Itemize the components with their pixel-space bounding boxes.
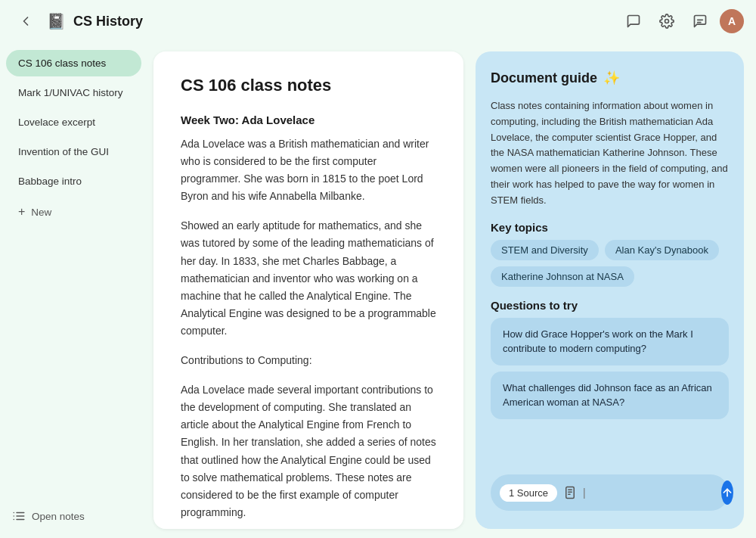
key-topics-section: Key topics STEM and Diversity Alan Kay's… — [491, 221, 729, 287]
chat-button[interactable] — [620, 8, 647, 35]
svg-point-0 — [665, 20, 669, 23]
header-actions: A — [620, 8, 744, 35]
plus-icon: + — [18, 205, 25, 219]
new-label: New — [31, 207, 51, 218]
open-notes-button[interactable]: Open notes — [0, 500, 147, 532]
guide-panel: Document guide ✨ Class notes containing … — [476, 51, 744, 529]
back-button[interactable] — [12, 8, 39, 35]
open-notes-icon — [12, 509, 26, 523]
avatar[interactable]: A — [720, 9, 744, 33]
topic-chip-katherine[interactable]: Katherine Johnson at NASA — [491, 266, 634, 287]
topic-chip-alan[interactable]: Alan Kay's Dynabook — [605, 240, 719, 260]
content-area: CS 106 class notes Week Two: Ada Lovelac… — [147, 42, 756, 538]
paragraph-1: Ada Lovelace was a British mathematician… — [181, 135, 436, 205]
main-layout: CS 106 class notes Mark 1/UNIVAC history… — [0, 42, 756, 538]
key-topics-label: Key topics — [491, 221, 729, 234]
document-panel: CS 106 class notes Week Two: Ada Lovelac… — [153, 51, 463, 529]
source-chip[interactable]: 1 Source — [500, 484, 557, 502]
document-title: CS 106 class notes — [181, 76, 436, 95]
question-card-2[interactable]: What challenges did Johnson face as an A… — [491, 372, 729, 419]
app-header: 📓 CS History A — [0, 0, 756, 42]
guide-header: Document guide ✨ — [491, 70, 729, 86]
sparkle-icon: ✨ — [603, 70, 620, 86]
paragraph-2: Showed an early aptitude for mathematics… — [181, 217, 436, 340]
sidebar: CS 106 class notes Mark 1/UNIVAC history… — [0, 42, 147, 538]
questions-label: Questions to try — [491, 299, 729, 312]
topic-chip-stem[interactable]: STEM and Diversity — [491, 240, 599, 260]
paragraph-3: Ada Lovelace made several important cont… — [181, 381, 436, 521]
clip-button[interactable] — [563, 486, 577, 499]
share-button[interactable] — [686, 8, 714, 35]
guide-input-row: 1 Source — [491, 474, 729, 511]
sidebar-item-cs106[interactable]: CS 106 class notes — [6, 50, 141, 76]
questions-section: Questions to try How did Grace Hopper's … — [491, 299, 729, 425]
new-note-button[interactable]: + New — [6, 197, 141, 226]
settings-button[interactable] — [653, 8, 680, 35]
send-icon — [721, 487, 733, 499]
notebook-icon: 📓 — [47, 12, 66, 30]
sidebar-item-lovelace[interactable]: Lovelace excerpt — [6, 109, 141, 135]
app-title: CS History — [73, 14, 143, 30]
sidebar-item-mark1[interactable]: Mark 1/UNIVAC history — [6, 79, 141, 106]
header-left: 📓 CS History — [12, 8, 620, 35]
clip-icon — [563, 486, 577, 499]
sidebar-item-gui[interactable]: Invention of the GUI — [6, 138, 141, 165]
guide-description: Class notes containing information about… — [491, 98, 729, 209]
open-notes-label: Open notes — [32, 511, 85, 522]
guide-input-field[interactable] — [583, 487, 715, 499]
send-button[interactable] — [721, 480, 733, 505]
section-title: Week Two: Ada Lovelace — [181, 114, 436, 126]
guide-title: Document guide — [491, 70, 597, 86]
topics-row: STEM and Diversity Alan Kay's Dynabook K… — [491, 240, 729, 287]
contributions-heading: Contributions to Computing: — [181, 352, 436, 369]
question-card-1[interactable]: How did Grace Hopper's work on the Mark … — [491, 318, 729, 365]
sidebar-item-babbage[interactable]: Babbage intro — [6, 168, 141, 194]
